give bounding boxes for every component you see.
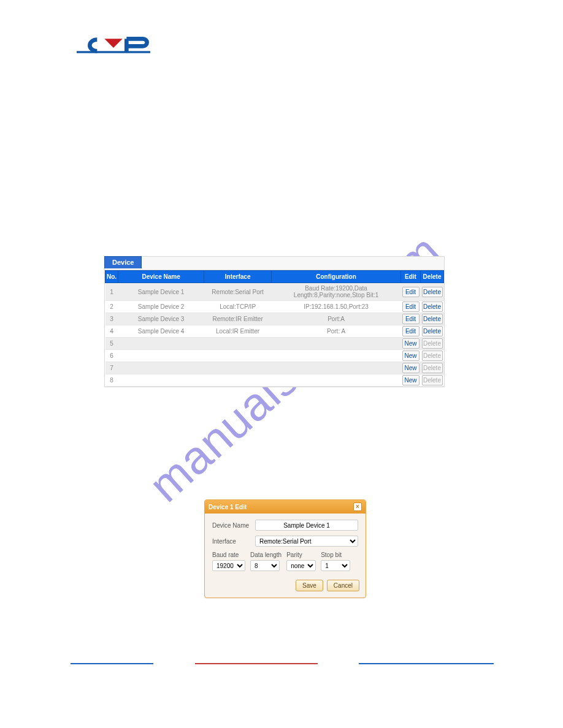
cell-no: 8 [105, 374, 118, 387]
cell-configuration: Port:A [272, 313, 401, 325]
cell-configuration [272, 374, 401, 387]
label-data-length: Data length [250, 552, 282, 558]
label-interface: Interface [212, 538, 255, 545]
cell-delete: Delete [421, 283, 444, 301]
cell-no: 1 [105, 283, 118, 301]
table-row: 6NewDelete [105, 350, 444, 362]
col-header-edit: Edit [401, 271, 421, 283]
cell-delete: Delete [421, 362, 444, 374]
delete-button: Delete [422, 338, 443, 349]
col-header-del: Delete [421, 271, 444, 283]
edit-button[interactable]: Edit [402, 287, 419, 297]
tab-row: Device [105, 257, 444, 270]
table-row: 4Sample Device 4Local:IR EmitterPort: AE… [105, 325, 444, 338]
cell-delete: Delete [421, 338, 444, 350]
cell-device-name: Sample Device 4 [118, 325, 204, 338]
label-parity: Parity [286, 552, 316, 558]
cell-no: 5 [105, 338, 118, 350]
delete-button[interactable]: Delete [422, 301, 443, 312]
dialog-footer: Save Cancel [205, 575, 366, 597]
label-stop-bit: Stop bit [321, 552, 350, 558]
cell-configuration [272, 362, 401, 374]
cell-interface [204, 362, 272, 374]
cell-no: 7 [105, 362, 118, 374]
table-row: 5NewDelete [105, 338, 444, 350]
cell-configuration: IP:192.168.1.50,Port:23 [272, 301, 401, 313]
cell-device-name [118, 362, 204, 374]
cell-edit: Edit [401, 313, 421, 325]
cell-configuration: Port: A [272, 325, 401, 338]
cell-interface [204, 350, 272, 362]
cell-configuration: Baud Rate:19200,Data Length:8,Parity:non… [272, 283, 401, 301]
edit-button[interactable]: Edit [402, 301, 419, 312]
new-button[interactable]: New [402, 338, 419, 349]
col-header-conf: Configuration [272, 271, 401, 283]
edit-button[interactable]: Edit [402, 314, 419, 324]
cell-edit: New [401, 350, 421, 362]
cell-device-name: Sample Device 2 [118, 301, 204, 313]
delete-button: Delete [422, 351, 443, 361]
footer-divider-bars [71, 663, 494, 664]
cell-interface [204, 374, 272, 387]
svg-rect-1 [77, 51, 150, 53]
cell-interface: Local:IR Emitter [204, 325, 272, 338]
cell-edit: New [401, 362, 421, 374]
label-device-name: Device Name [212, 522, 255, 529]
footer-bar-right [359, 663, 494, 664]
table-row: 3Sample Device 3Remote:IR EmitterPort:AE… [105, 313, 444, 325]
delete-button[interactable]: Delete [422, 314, 443, 324]
device-table: No. Device Name Interface Configuration … [105, 270, 444, 387]
cell-delete: Delete [421, 374, 444, 387]
cell-edit: New [401, 374, 421, 387]
table-row: 8NewDelete [105, 374, 444, 387]
table-row: 7NewDelete [105, 362, 444, 374]
cell-delete: Delete [421, 325, 444, 338]
cell-interface: Remote:IR Emitter [204, 313, 272, 325]
cell-interface: Remote:Serial Port [204, 283, 272, 301]
data-length-select[interactable]: 8 [250, 560, 280, 571]
save-button[interactable]: Save [296, 580, 323, 591]
delete-button[interactable]: Delete [422, 326, 443, 336]
cell-delete: Delete [421, 301, 444, 313]
cell-device-name [118, 338, 204, 350]
baud-select[interactable]: 19200 [212, 560, 245, 571]
parity-select[interactable]: none [286, 560, 316, 571]
col-header-iface: Interface [204, 271, 272, 283]
close-icon[interactable]: × [353, 502, 362, 511]
col-header-no: No. [105, 271, 118, 283]
cell-no: 4 [105, 325, 118, 338]
delete-button[interactable]: Delete [422, 287, 443, 297]
cell-delete: Delete [421, 350, 444, 362]
new-button[interactable]: New [402, 351, 419, 361]
cell-edit: Edit [401, 301, 421, 313]
cell-interface [204, 338, 272, 350]
interface-select[interactable]: Remote:Serial Port [255, 536, 358, 547]
tab-device[interactable]: Device [104, 256, 142, 268]
device-name-input[interactable] [255, 520, 358, 531]
cyp-logo-svg [72, 36, 155, 55]
cancel-button[interactable]: Cancel [327, 580, 359, 591]
new-button[interactable]: New [402, 375, 419, 385]
svg-marker-0 [104, 39, 122, 48]
cell-device-name: Sample Device 3 [118, 313, 204, 325]
cell-device-name [118, 374, 204, 387]
cell-edit: Edit [401, 283, 421, 301]
label-baud: Baud rate [212, 552, 245, 558]
cell-no: 6 [105, 350, 118, 362]
new-button[interactable]: New [402, 363, 419, 373]
edit-button[interactable]: Edit [402, 326, 419, 336]
delete-button: Delete [422, 375, 443, 385]
dialog-body: Device Name Interface Remote:Serial Port… [205, 514, 366, 575]
cell-edit: New [401, 338, 421, 350]
brand-logo [72, 36, 155, 55]
stop-bit-select[interactable]: 1 [321, 560, 350, 571]
cell-no: 3 [105, 313, 118, 325]
footer-bar-left [71, 663, 153, 664]
table-row: 1Sample Device 1Remote:Serial PortBaud R… [105, 283, 444, 301]
cell-configuration [272, 350, 401, 362]
device-edit-dialog: Device 1 Edit × Device Name Interface Re… [204, 499, 366, 598]
table-row: 2Sample Device 2Local:TCP/IPIP:192.168.1… [105, 301, 444, 313]
dialog-titlebar: Device 1 Edit × [205, 500, 366, 514]
device-panel: Device No. Device Name Interface Configu… [104, 256, 445, 387]
cell-interface: Local:TCP/IP [204, 301, 272, 313]
